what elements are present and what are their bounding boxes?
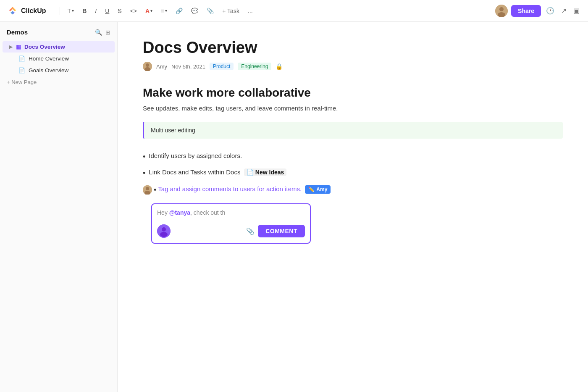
sidebar-item-goals-overview[interactable]: 📄 Goals Overview [3, 65, 115, 76]
doc-link-label: New Ideas [255, 169, 284, 176]
logo: ClickUp [7, 5, 46, 17]
logo-icon [7, 5, 18, 17]
doc-meta: Amy Nov 5th, 2021 Product Engineering 🔒 [143, 62, 563, 71]
amy-tooltip: ✏️ Amy [305, 185, 331, 194]
sidebar-page-icon-1: 📄 [18, 55, 25, 62]
layout-icon[interactable]: ⊞ [105, 29, 110, 36]
comment-actions: 📎 COMMENT [246, 225, 305, 237]
doc-section-title: Make work more collaborative [143, 86, 563, 100]
tag-engineering[interactable]: Engineering [238, 63, 271, 70]
doc-content: Docs Overview Amy Nov 5th, 2021 Product … [118, 22, 588, 392]
amy-tooltip-label: Amy [316, 187, 327, 192]
bullet-item-row: • Tag and assign comments to users for a… [143, 185, 331, 195]
share-button[interactable]: Share [511, 5, 541, 17]
svg-point-2 [498, 12, 505, 17]
doc-subtitle: See updates, make edits, tag users, and … [143, 105, 563, 112]
doc-privacy-icon: 🔒 [276, 63, 283, 70]
comment-submit-button[interactable]: COMMENT [258, 225, 305, 237]
bullet-text-1: Identify users by assigned colors. [149, 152, 242, 159]
bullet-dot: • [154, 185, 156, 195]
mention-tag: @tanya [169, 209, 190, 216]
blockquote: Multi user editing [143, 122, 563, 139]
sidebar-header: Demos 🔍 ⊞ [0, 29, 117, 41]
sidebar-page-icon-2: 📄 [18, 67, 25, 74]
link-button[interactable]: 🔗 [173, 6, 185, 16]
app: ClickUp T ▾ B I U S <> A ▾ ≡ ▾ 🔗 💬 📎 + T… [0, 0, 588, 392]
inline-doc-link[interactable]: 📄 New Ideas [244, 168, 286, 176]
bullet-dot: • [143, 168, 145, 178]
new-page-button[interactable]: + New Page [0, 76, 117, 88]
doc-link-icon: 📄 [247, 169, 254, 176]
code-button[interactable]: <> [128, 6, 139, 16]
export-button[interactable]: ↗ [559, 5, 568, 16]
sidebar-item-home-overview[interactable]: 📄 Home Overview [3, 53, 115, 64]
new-page-label: + New Page [7, 79, 37, 85]
attachment-icon[interactable]: 📎 [246, 227, 255, 235]
doc-date: Nov 5th, 2021 [171, 63, 205, 70]
sidebar-toggle-button[interactable]: ▣ [572, 5, 581, 16]
doc-author: Amy [156, 63, 167, 70]
sidebar-title: Demos [7, 29, 28, 36]
list-item: • Tag and assign comments to users for a… [143, 182, 563, 198]
tag-product[interactable]: Product [210, 63, 234, 70]
color-button[interactable]: A ▾ [143, 6, 155, 16]
comment-box: Hey @tanya, check out th 📎 COMMENT [151, 203, 311, 244]
svg-point-4 [146, 63, 149, 67]
list-item: • Identify users by assigned colors. [143, 149, 563, 165]
list-item: • Link Docs and Tasks within Docs 📄 New … [143, 165, 563, 182]
svg-point-1 [499, 7, 504, 11]
sidebar-item-label: Docs Overview [24, 44, 65, 50]
comment-footer: 📎 COMMENT [157, 224, 305, 238]
more-options-button[interactable]: ... [245, 6, 255, 16]
user-avatar [495, 5, 508, 17]
italic-button[interactable]: I [92, 6, 99, 16]
sidebar-docs-icon: ▦ [16, 44, 21, 50]
align-button[interactable]: ≡ ▾ [158, 6, 170, 16]
sidebar: Demos 🔍 ⊞ ▶ ▦ Docs Overview 📄 Home Overv… [0, 22, 118, 392]
commenter-avatar [157, 224, 171, 238]
toolbar: ClickUp T ▾ B I U S <> A ▾ ≡ ▾ 🔗 💬 📎 + T… [0, 0, 588, 22]
svg-point-7 [146, 187, 149, 190]
doc-author-avatar [143, 62, 152, 71]
underline-button[interactable]: U [102, 6, 112, 16]
sidebar-header-icons: 🔍 ⊞ [95, 29, 110, 36]
toolbar-separator [60, 7, 60, 15]
sidebar-chevron-icon: ▶ [9, 45, 13, 49]
user-indicator-avatar [143, 185, 152, 195]
doc-title: Docs Overview [143, 39, 563, 57]
comment-toolbar-button[interactable]: 💬 [189, 6, 201, 16]
bullet-text-2: Link Docs and Tasks within Docs 📄 New Id… [149, 168, 286, 176]
bullet-list: • Identify users by assigned colors. • L… [143, 149, 563, 198]
logo-text: ClickUp [21, 7, 46, 15]
bullet-dot: • [143, 152, 145, 162]
toolbar-right: Share 🕐 ↗ ▣ [495, 5, 581, 17]
strikethrough-button[interactable]: S [115, 6, 124, 16]
bold-button[interactable]: B [80, 6, 89, 16]
attachment-toolbar-button[interactable]: 📎 [204, 6, 216, 16]
add-task-button[interactable]: + Task [220, 6, 242, 16]
history-button[interactable]: 🕐 [544, 5, 556, 16]
main-area: Demos 🔍 ⊞ ▶ ▦ Docs Overview 📄 Home Overv… [0, 22, 588, 392]
svg-point-10 [162, 227, 166, 232]
bullet-text-3: Tag and assign comments to users for act… [158, 185, 302, 192]
search-icon[interactable]: 🔍 [95, 29, 102, 36]
sidebar-item-docs-overview[interactable]: ▶ ▦ Docs Overview [3, 41, 115, 53]
sidebar-item-label: Goals Overview [29, 67, 68, 74]
pencil-icon: ✏️ [308, 187, 315, 192]
svg-point-11 [160, 232, 168, 237]
sidebar-item-label: Home Overview [29, 55, 69, 62]
comment-input[interactable]: Hey @tanya, check out th [157, 209, 305, 219]
text-format-button[interactable]: T ▾ [65, 6, 77, 16]
